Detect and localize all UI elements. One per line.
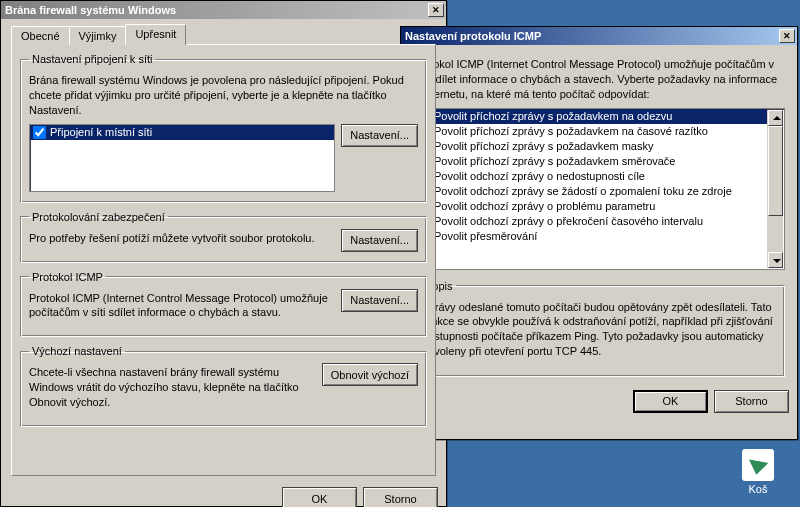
firewall-window: Brána firewall systému Windows ✕ Obecné …: [0, 0, 447, 507]
list-item[interactable]: Povolit příchozí zprávy s požadavkem na …: [414, 124, 767, 139]
icmp-label-6: Povolit odchozí zprávy o problému parame…: [434, 200, 655, 212]
icmp-label-5: Povolit odchozí zprávy se žádostí o zpom…: [434, 185, 732, 197]
group-logging-legend: Protokolování zabezpečení: [29, 211, 168, 223]
scroll-down-icon[interactable]: [768, 252, 783, 268]
icmp-label-1: Povolit příchozí zprávy s požadavkem na …: [434, 125, 708, 137]
group-network: Nastavení připojení k síti Brána firewal…: [20, 53, 427, 203]
tab-exceptions[interactable]: Výjimky: [69, 26, 127, 45]
list-item[interactable]: Povolit příchozí zprávy s požadavkem smě…: [414, 154, 767, 169]
list-item[interactable]: Povolit odchozí zprávy o překročení časo…: [414, 214, 767, 229]
network-connections-list[interactable]: Připojení k místní síti: [29, 124, 335, 192]
list-item[interactable]: Povolit odchozí zprávy se žádostí o zpom…: [414, 184, 767, 199]
close-icon[interactable]: ✕: [779, 29, 795, 43]
tabs: Obecné Výjimky Upřesnit: [11, 26, 436, 45]
list-item[interactable]: Povolit odchozí zprávy o problému parame…: [414, 199, 767, 214]
group-defaults-legend: Výchozí nastavení: [29, 345, 125, 357]
icmp-label-8: Povolit přesměrování: [434, 230, 537, 242]
icmp-intro: Protokol ICMP (Internet Control Message …: [413, 57, 785, 102]
icmp-desc: Protokol ICMP (Internet Control Message …: [29, 291, 335, 321]
icmp-label-0: Povolit příchozí zprávy s požadavkem na …: [434, 110, 672, 122]
icmp-options-list[interactable]: Povolit příchozí zprávy s požadavkem na …: [413, 108, 785, 270]
restore-defaults-button[interactable]: Obnovit výchozí: [322, 363, 418, 386]
icmp-label-3: Povolit příchozí zprávy s požadavkem smě…: [434, 155, 676, 167]
popis-text: Zprávy odeslané tomuto počítači budou op…: [422, 300, 776, 360]
icmp-titlebar[interactable]: Nastavení protokolu ICMP ✕: [401, 27, 797, 45]
defaults-desc: Chcete-li všechna nastavení brány firewa…: [29, 365, 316, 410]
trash-icon: [742, 449, 774, 481]
list-item[interactable]: Povolit přesměrování: [414, 229, 767, 244]
group-popis: Popis Zprávy odeslané tomuto počítači bu…: [413, 280, 785, 377]
scroll-thumb[interactable]: [768, 126, 783, 216]
logging-desc: Pro potřeby řešení potíží můžete vytvoři…: [29, 231, 335, 246]
icmp-label-7: Povolit odchozí zprávy o překročení časo…: [434, 215, 703, 227]
network-desc: Brána firewall systému Windows je povole…: [29, 73, 418, 118]
connection-checkbox[interactable]: [33, 126, 46, 139]
network-settings-button[interactable]: Nastavení...: [341, 124, 418, 147]
close-icon[interactable]: ✕: [428, 3, 444, 17]
group-icmp: Protokol ICMP Protokol ICMP (Internet Co…: [20, 271, 427, 338]
icmp-dialog: Nastavení protokolu ICMP ✕ Protokol ICMP…: [400, 26, 798, 440]
icmp-cancel-button[interactable]: Storno: [714, 390, 789, 413]
tab-advanced[interactable]: Upřesnit: [125, 24, 186, 45]
firewall-title: Brána firewall systému Windows: [3, 4, 428, 16]
icmp-label-4: Povolit odchozí zprávy o nedostupnosti c…: [434, 170, 645, 182]
list-item[interactable]: Připojení k místní síti: [30, 125, 334, 140]
list-item[interactable]: Povolit příchozí zprávy s požadavkem mas…: [414, 139, 767, 154]
firewall-ok-button[interactable]: OK: [282, 487, 357, 507]
group-defaults: Výchozí nastavení Chcete-li všechna nast…: [20, 345, 427, 427]
group-network-legend: Nastavení připojení k síti: [29, 53, 155, 65]
scroll-up-icon[interactable]: [768, 110, 783, 126]
list-item[interactable]: Povolit odchozí zprávy o nedostupnosti c…: [414, 169, 767, 184]
trash-label: Koš: [734, 483, 782, 495]
logging-settings-button[interactable]: Nastavení...: [341, 229, 418, 252]
icmp-ok-button[interactable]: OK: [633, 390, 708, 413]
group-logging: Protokolování zabezpečení Pro potřeby ře…: [20, 211, 427, 263]
firewall-titlebar[interactable]: Brána firewall systému Windows ✕: [1, 1, 446, 19]
group-icmp-legend: Protokol ICMP: [29, 271, 106, 283]
icmp-settings-button[interactable]: Nastavení...: [341, 289, 418, 312]
connection-label: Připojení k místní síti: [50, 126, 152, 138]
icmp-dialog-title: Nastavení protokolu ICMP: [403, 30, 779, 42]
firewall-cancel-button[interactable]: Storno: [363, 487, 438, 507]
list-item[interactable]: Povolit příchozí zprávy s požadavkem na …: [414, 109, 767, 124]
desktop-trash[interactable]: Koš: [734, 449, 782, 495]
scrollbar[interactable]: [767, 110, 783, 268]
tab-general[interactable]: Obecné: [11, 26, 70, 45]
icmp-label-2: Povolit příchozí zprávy s požadavkem mas…: [434, 140, 653, 152]
